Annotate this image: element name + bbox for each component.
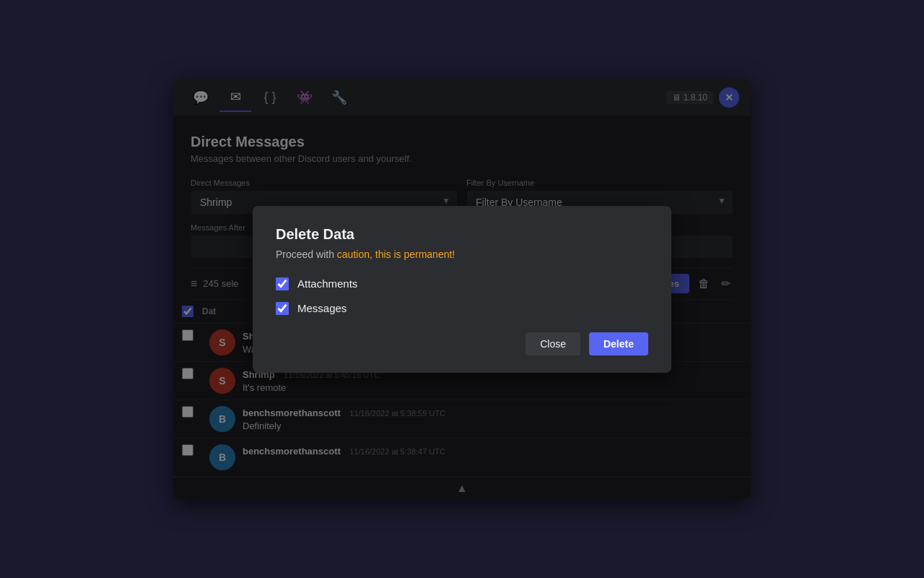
delete-data-modal: Delete Data Proceed with caution, this i… [253, 206, 671, 373]
attachments-checkbox[interactable] [276, 277, 289, 290]
messages-checkbox-row: Messages [276, 302, 648, 315]
modal-warning-prefix: Proceed with [276, 249, 337, 260]
attachments-label: Attachments [297, 277, 357, 290]
modal-warning-caution: caution, this is permanent! [337, 249, 455, 260]
app-window: 💬 ✉ { } 👾 🔧 🖥 1.8.10 ✕ [173, 79, 751, 499]
modal-actions: Close Delete [276, 332, 648, 355]
close-modal-button[interactable]: Close [526, 332, 580, 355]
messages-label: Messages [297, 302, 346, 314]
attachments-checkbox-row: Attachments [276, 277, 648, 290]
modal-title: Delete Data [276, 226, 648, 243]
modal-warning: Proceed with caution, this is permanent! [276, 249, 648, 260]
modal-overlay: Delete Data Proceed with caution, this i… [173, 79, 751, 499]
messages-checkbox[interactable] [276, 302, 289, 315]
delete-modal-button[interactable]: Delete [589, 332, 648, 355]
